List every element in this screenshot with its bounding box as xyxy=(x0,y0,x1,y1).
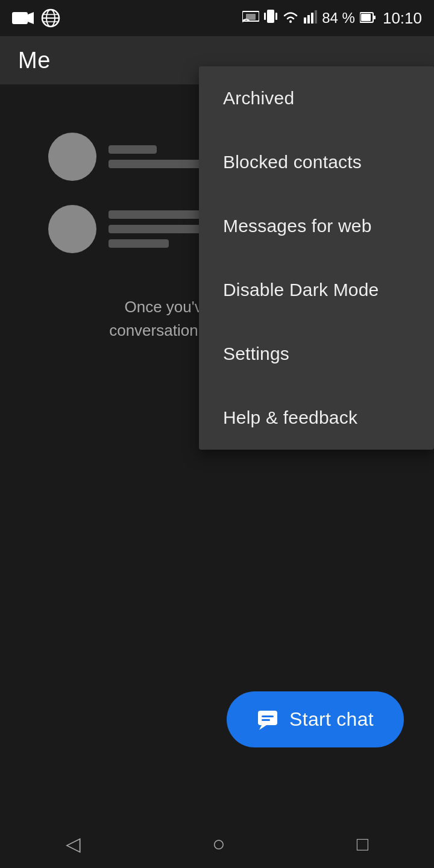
battery-percentage: 84 % xyxy=(322,10,355,27)
wifi-icon xyxy=(282,9,299,28)
menu-item-archived[interactable]: Archived xyxy=(199,66,434,130)
svg-rect-21 xyxy=(258,711,277,725)
svg-rect-11 xyxy=(264,13,266,20)
bottom-nav: ◁ ○ □ xyxy=(0,820,434,868)
chat-item-1 xyxy=(48,133,217,181)
menu-item-help-feedback[interactable]: Help & feedback xyxy=(199,386,434,450)
menu-item-blocked-contacts[interactable]: Blocked contacts xyxy=(199,130,434,194)
svg-rect-0 xyxy=(12,12,28,24)
battery-icon xyxy=(360,9,376,28)
menu-item-messages-for-web[interactable]: Messages for web xyxy=(199,194,434,258)
svg-rect-15 xyxy=(307,15,310,24)
status-bar: 84 % 10:10 xyxy=(0,0,434,36)
svg-point-13 xyxy=(289,20,292,23)
chat-line xyxy=(108,239,169,248)
svg-rect-14 xyxy=(304,17,306,24)
app-bar-title: Me xyxy=(18,48,51,74)
start-chat-label: Start chat xyxy=(289,708,374,731)
avatar-2 xyxy=(48,205,96,253)
chat-line xyxy=(108,145,157,154)
menu-item-disable-dark-mode[interactable]: Disable Dark Mode xyxy=(199,258,434,322)
svg-marker-22 xyxy=(259,725,266,730)
status-bar-left xyxy=(12,8,60,28)
dropdown-menu: Archived Blocked contacts Messages for w… xyxy=(199,66,434,450)
svg-rect-23 xyxy=(262,715,274,717)
globe-icon xyxy=(41,8,60,28)
svg-marker-1 xyxy=(28,12,34,24)
back-button[interactable]: ◁ xyxy=(42,826,105,861)
camera-icon xyxy=(12,10,34,27)
recent-button[interactable]: □ xyxy=(333,827,392,861)
svg-rect-17 xyxy=(315,10,317,24)
svg-rect-20 xyxy=(373,16,376,19)
home-button[interactable]: ○ xyxy=(188,825,250,863)
svg-rect-12 xyxy=(275,13,277,20)
cast-icon xyxy=(242,9,259,28)
start-chat-button[interactable]: Start chat xyxy=(227,691,404,747)
avatar-1 xyxy=(48,133,96,181)
svg-rect-9 xyxy=(246,14,256,20)
svg-rect-19 xyxy=(361,14,371,21)
svg-rect-16 xyxy=(311,13,313,24)
app-bar-container: Me Archived Blocked contacts Messages fo… xyxy=(0,36,434,84)
status-time: 10:10 xyxy=(383,9,422,28)
menu-item-settings[interactable]: Settings xyxy=(199,322,434,386)
chat-bubble-icon xyxy=(257,709,278,730)
svg-rect-24 xyxy=(262,719,270,721)
status-bar-right: 84 % 10:10 xyxy=(242,8,422,29)
signal-icon xyxy=(304,9,317,28)
svg-rect-10 xyxy=(267,10,274,23)
vibrate-icon xyxy=(264,8,277,29)
